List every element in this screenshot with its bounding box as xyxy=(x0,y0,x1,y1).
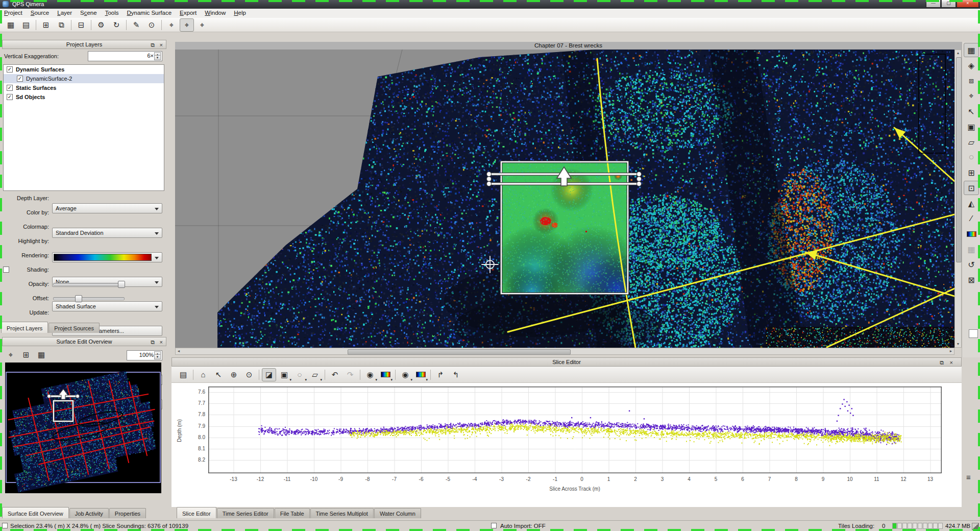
tab-job-activity[interactable]: Job Activity xyxy=(69,508,109,518)
float-panel-icon[interactable]: ⧉ xyxy=(151,41,155,50)
spin-down-icon[interactable]: ▼ xyxy=(154,354,161,359)
save-slice-icon[interactable]: ▤ xyxy=(176,368,190,381)
zoom-icon[interactable]: ⊙ xyxy=(242,368,256,381)
tab-slice-editor[interactable]: Slice Editor xyxy=(177,507,216,518)
menu-layer[interactable]: Layer xyxy=(53,9,76,18)
offset-slider-thumb[interactable] xyxy=(75,295,82,302)
rotate-view-icon[interactable]: ↺ xyxy=(964,257,979,272)
menu-source[interactable]: Source xyxy=(27,9,53,18)
color-by-select[interactable]: Standard Deviation xyxy=(52,228,162,238)
prev-slice-icon[interactable]: ↰ xyxy=(449,368,463,381)
dropdown-arrow-icon[interactable]: ▾ xyxy=(289,378,291,382)
tile-view-icon[interactable]: ▦ xyxy=(34,348,48,361)
bounds-3d-icon[interactable]: ⊠ xyxy=(964,273,979,287)
profile-plot-icon[interactable]: ◭ xyxy=(964,196,979,210)
select-polygon-icon[interactable]: ▱ xyxy=(964,135,979,149)
reject-soundings-icon[interactable]: ◉▾ xyxy=(398,368,412,381)
lock-tool-icon[interactable]: ⊙ xyxy=(144,18,159,32)
import-file-icon[interactable]: ⊟ xyxy=(74,18,88,32)
tab-project-layers[interactable]: Project Layers xyxy=(1,322,48,333)
float-panel-icon[interactable]: ⧉ xyxy=(940,358,944,367)
map-horizontal-scrollbar[interactable]: ◄ ► xyxy=(175,348,954,355)
lasso-select-icon[interactable]: ◌▾ xyxy=(292,368,307,381)
menu-project[interactable]: Project xyxy=(0,9,27,18)
menu-help[interactable]: Help xyxy=(230,9,250,18)
auto-import-checkbox[interactable] xyxy=(491,523,497,528)
select-lasso-icon[interactable]: ◌ xyxy=(964,150,979,164)
scroll-down-icon[interactable]: ▼ xyxy=(955,341,961,347)
menu-tools[interactable]: Tools xyxy=(101,9,123,18)
home-view-icon[interactable]: ⌂ xyxy=(196,368,210,381)
scroll-up-icon[interactable]: ▲ xyxy=(955,50,961,56)
menu-window[interactable]: Window xyxy=(201,9,230,18)
slice-position-marker[interactable] xyxy=(489,168,640,189)
scroll-left-icon[interactable]: ◄ xyxy=(176,348,182,354)
colormap-tool-icon[interactable] xyxy=(964,227,979,241)
layer-checkbox[interactable]: ✓ xyxy=(7,66,13,73)
rect-select-icon[interactable]: ▣▾ xyxy=(277,368,291,381)
opacity-slider-thumb[interactable] xyxy=(118,281,125,288)
surface-edit-overview-canvas[interactable] xyxy=(5,363,161,493)
next-slice-icon[interactable]: ↱ xyxy=(433,368,448,381)
tab-file-table[interactable]: File Table xyxy=(275,508,310,518)
ruler-icon[interactable]: ∕ xyxy=(964,211,979,226)
scroll-right-icon[interactable]: ► xyxy=(948,348,954,354)
polygon-select-icon[interactable]: ▱▾ xyxy=(308,368,322,381)
tree-item-sd-objects[interactable]: ✓Sd Objects xyxy=(4,92,164,102)
color-rejected-icon[interactable]: ▾ xyxy=(413,368,428,381)
opacity-slider-track[interactable] xyxy=(53,283,125,286)
tree-item-static-surfaces[interactable]: ✓Static Surfaces xyxy=(4,83,164,92)
depth-layer-select[interactable]: Average xyxy=(52,203,162,213)
slice-edit-mode-icon[interactable]: ⌖ xyxy=(180,18,194,32)
reprocess-icon[interactable]: ↻ xyxy=(109,18,124,32)
select-rectangle-icon[interactable]: ▣ xyxy=(964,119,979,134)
layer-checkbox[interactable]: ✓ xyxy=(17,76,23,82)
dropdown-arrow-icon[interactable]: ▾ xyxy=(320,378,322,382)
open-project-icon[interactable]: ▤ xyxy=(19,18,33,32)
spin-down-icon[interactable]: ▼ xyxy=(154,55,161,60)
dropdown-arrow-icon[interactable]: ▾ xyxy=(305,378,307,382)
add-processed-files-icon[interactable]: ⧉ xyxy=(54,18,68,32)
zoom-in-icon[interactable]: ⊕ xyxy=(227,368,241,381)
offset-slider-track[interactable] xyxy=(53,297,125,300)
redo-icon[interactable]: ↷ xyxy=(343,368,357,381)
scrollbar-thumb[interactable] xyxy=(348,349,571,355)
opacity-slider-value[interactable]: 100%▲▼ xyxy=(127,350,162,360)
zoom-extents-icon[interactable]: ⌖ xyxy=(4,348,18,361)
panel-menu-icon[interactable]: ≡ xyxy=(961,470,975,484)
rendering-select[interactable]: Shaded Surface xyxy=(52,301,162,311)
tab-time-series-editor[interactable]: Time Series Editor xyxy=(217,508,274,518)
float-panel-icon[interactable]: ⧉ xyxy=(151,338,155,347)
plumb-survey-icon[interactable]: ⌖ xyxy=(164,18,179,32)
add-raw-files-icon[interactable]: ⊞ xyxy=(39,18,53,32)
close-panel-icon[interactable]: × xyxy=(160,338,163,347)
tab-project-sources[interactable]: Project Sources xyxy=(48,323,100,333)
create-project-icon[interactable]: ▦ xyxy=(4,18,18,32)
surface-layers-icon[interactable]: ◈ xyxy=(964,58,979,73)
processing-settings-icon[interactable]: ⚙ xyxy=(94,18,108,32)
tab-properties[interactable]: Properties xyxy=(109,508,146,518)
dropdown-arrow-icon[interactable]: ▾ xyxy=(390,378,393,382)
eraser-icon[interactable]: ◪ xyxy=(262,368,276,381)
color-accepted-icon[interactable]: ▾ xyxy=(378,368,393,381)
dropdown-arrow-icon[interactable]: ▾ xyxy=(375,378,377,382)
close-panel-icon[interactable]: × xyxy=(950,358,953,367)
grid-view-icon[interactable]: ▦ xyxy=(964,43,979,57)
pointer-icon[interactable]: ↖ xyxy=(211,368,226,381)
dropdown-arrow-icon[interactable]: ▾ xyxy=(410,378,412,382)
menu-scene[interactable]: Scene xyxy=(76,9,101,18)
mesh-3d-icon[interactable]: ▦ xyxy=(964,242,979,256)
select-pointer-icon[interactable]: ↖ xyxy=(964,104,979,118)
zoom-window-icon[interactable]: ⧈ xyxy=(964,74,979,88)
tab-surface-edit-overview[interactable]: Surface Edit Overview xyxy=(2,507,69,518)
layer-checkbox[interactable]: ✓ xyxy=(7,94,13,100)
tab-water-column[interactable]: Water Column xyxy=(374,508,421,518)
shading-checkbox[interactable] xyxy=(3,267,9,273)
menu-export[interactable]: Export xyxy=(176,9,201,18)
layer-checkbox[interactable]: ✓ xyxy=(7,85,13,91)
accept-soundings-icon[interactable]: ◉▾ xyxy=(363,368,377,381)
map-vertical-scrollbar[interactable]: ▲ ▼ xyxy=(954,50,962,348)
slice-editor-tool-icon[interactable]: ⊡ xyxy=(964,181,979,195)
dropdown-arrow-icon[interactable]: ▾ xyxy=(426,378,428,382)
patch-tool-icon[interactable]: ⌖ xyxy=(195,18,209,32)
